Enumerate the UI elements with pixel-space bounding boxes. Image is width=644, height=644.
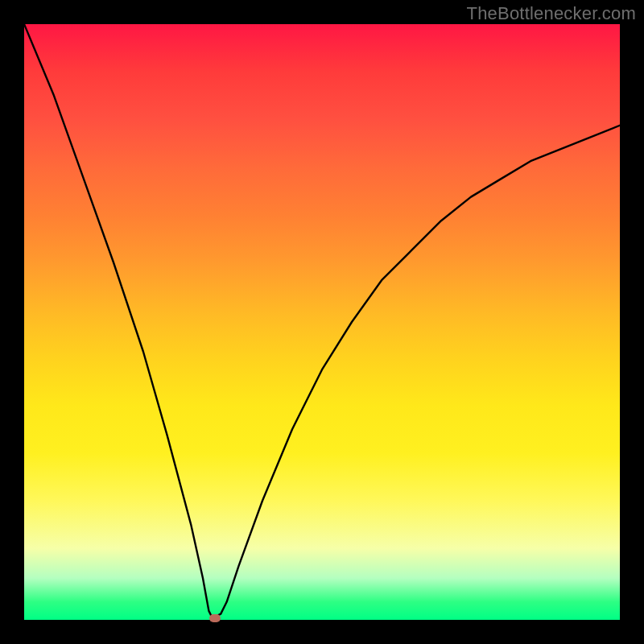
watermark-text: TheBottlenecker.com: [467, 3, 636, 24]
optimum-marker: [209, 614, 221, 622]
chart-curve-svg: [24, 24, 620, 620]
chart-frame: TheBottlenecker.com: [0, 0, 644, 644]
bottleneck-curve: [24, 24, 620, 617]
